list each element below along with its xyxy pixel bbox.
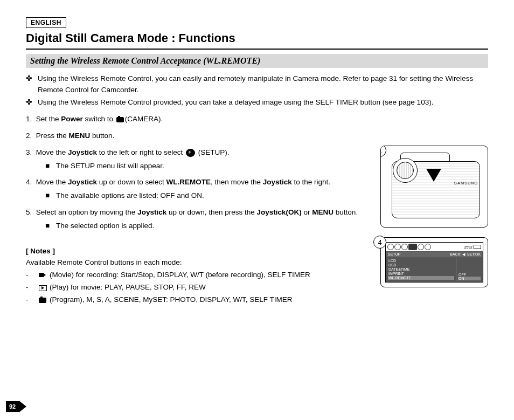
intro-bullet: ✤ Using the Wireless Remote Control prov…: [26, 97, 488, 108]
square-bullet: ■: [45, 221, 56, 232]
bullet-mark: ✤: [26, 73, 38, 96]
square-bullet: ■: [45, 161, 56, 172]
menu-item: USB: [388, 263, 454, 267]
battery-icon: [474, 245, 481, 249]
figure-1: 1 SAMSUNG: [380, 146, 488, 228]
manual-page: ENGLISH Digital Still Camera Mode : Func…: [0, 0, 514, 420]
menu-item: IMPRINT: [388, 272, 454, 276]
menu-item-selected: WL.REMOTE: [388, 276, 454, 280]
figure-4: 4 2592 SETUP BACK: ◀ SET:OK LCD USB: [380, 237, 488, 287]
menu-item: LCD: [388, 259, 454, 263]
movie-icon: [39, 272, 46, 278]
resolution-label: 2592: [464, 245, 473, 249]
step-1: 1. Set the Power switch to (CAMERA).: [26, 114, 488, 125]
play-icon: [39, 285, 47, 291]
menu-item: DATE&TIME: [388, 267, 454, 271]
sub-text: The SETUP menu list will appear.: [56, 161, 164, 172]
intro-bullet: ✤ Using the Wireless Remote Control, you…: [26, 73, 488, 96]
setup-icon: [186, 149, 195, 157]
option-item: OFF: [458, 273, 481, 277]
page-title: Digital Still Camera Mode : Functions: [26, 31, 488, 50]
camera-screen: 2592 SETUP BACK: ◀ SET:OK LCD USB DATE&T…: [385, 242, 483, 283]
brand-label: SAMSUNG: [454, 181, 478, 185]
square-bullet: ■: [45, 190, 56, 202]
section-subtitle: Setting the Wireless Remote Control Acce…: [26, 54, 488, 68]
triangle-icon: [19, 401, 26, 412]
arrow-down-icon: [426, 169, 441, 182]
bullet-mark: ✤: [26, 97, 38, 108]
language-badge: ENGLISH: [26, 17, 66, 28]
mode-icons-row: [387, 244, 432, 250]
screen-menu-list: LCD USB DATE&TIME IMPRINT WL.REMOTE: [386, 257, 456, 281]
camera-icon: [39, 297, 46, 303]
camera-illustration: SAMSUNG: [384, 149, 484, 224]
screen-setok-label: SET:OK: [467, 252, 481, 256]
figures-column: 1 SAMSUNG 4 2592 SETUP BACK: [380, 146, 488, 297]
screen-options: OFF ON: [456, 257, 482, 281]
screen-setup-label: SETUP: [388, 252, 400, 257]
intro-text: Using the Wireless Remote Control, you c…: [38, 73, 488, 96]
intro-text: Using the Wireless Remote Control provid…: [38, 97, 433, 108]
page-number: 92: [8, 401, 26, 412]
figure-badge: 4: [373, 236, 386, 249]
step-2: 2. Press the MENU button.: [26, 130, 488, 142]
camera-icon: [116, 116, 124, 122]
sub-text: The selected option is applied.: [56, 221, 154, 232]
option-item-selected: ON: [458, 277, 481, 280]
sub-text: The available options are listed: OFF an…: [56, 190, 204, 202]
screen-back-label: BACK:: [450, 252, 461, 256]
